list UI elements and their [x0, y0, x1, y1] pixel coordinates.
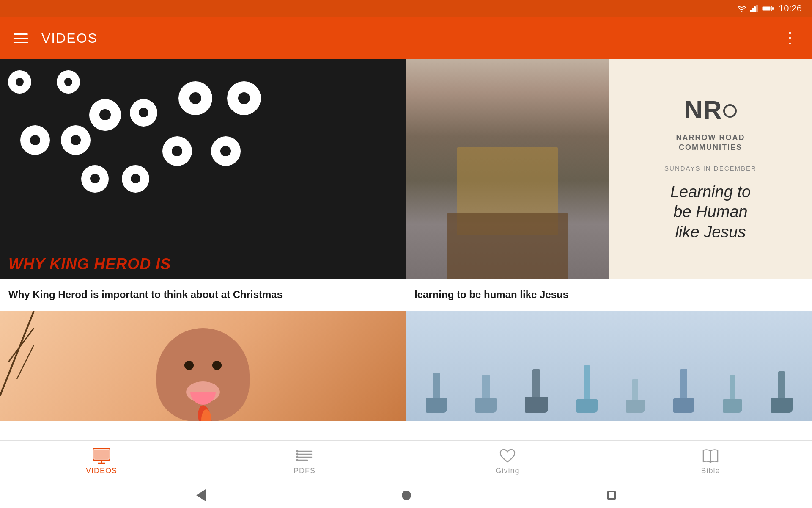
nav-label-videos: VIDEOS	[86, 467, 117, 475]
eyes-thumbnail: WHY KING HEROD IS	[0, 59, 406, 279]
signal-icon	[750, 5, 758, 12]
nrc-series-label: SUNDAYS IN DECEMBER	[664, 165, 757, 172]
back-button[interactable]	[196, 489, 206, 501]
nav-label-pdfs: PDFS	[294, 467, 315, 475]
monitor-icon	[93, 448, 110, 464]
svg-rect-6	[772, 7, 774, 10]
list-icon	[296, 448, 313, 464]
nrc-logo: N R	[684, 97, 737, 123]
card-info-2: learning to be human like Jesus	[406, 279, 812, 311]
thumbnail-1: WHY KING HEROD IS	[0, 59, 406, 279]
svg-rect-0	[750, 10, 752, 12]
pour-photo	[406, 59, 609, 279]
shoe-4	[576, 365, 598, 413]
shoe-1	[426, 373, 447, 413]
status-bar: 10:26	[0, 0, 812, 17]
svg-rect-5	[762, 7, 770, 11]
nav-label-giving: Giving	[495, 467, 519, 475]
nav-item-bible[interactable]: Bible	[609, 448, 812, 475]
video-title-2: learning to be human like Jesus	[414, 288, 804, 301]
status-icons	[737, 5, 774, 12]
narrow-road-card: N R NARROW ROADCOMMUNITIES SUNDAYS IN DE…	[609, 59, 812, 279]
svg-line-9	[17, 345, 34, 379]
nrc-letter-n: N	[684, 97, 702, 122]
nrc-org-name: NARROW ROADCOMMUNITIES	[676, 133, 745, 153]
video-card-2[interactable]: N R NARROW ROADCOMMUNITIES SUNDAYS IN DE…	[406, 59, 812, 311]
santa-thumbnail[interactable]	[0, 311, 406, 421]
nav-item-giving[interactable]: Giving	[406, 448, 609, 475]
app-bar: VIDEOS ⋮	[0, 17, 812, 59]
menu-button[interactable]	[14, 33, 28, 43]
recents-button[interactable]	[607, 491, 616, 500]
svg-rect-14	[94, 450, 109, 459]
svg-point-20	[296, 453, 299, 456]
battery-icon	[762, 5, 774, 12]
svg-line-7	[0, 311, 34, 396]
main-content: WHY KING HEROD IS Why King Herod is impo…	[0, 59, 812, 457]
nav-item-videos[interactable]: VIDEOS	[0, 448, 203, 475]
pour-thumbnail: N R NARROW ROADCOMMUNITIES SUNDAYS IN DE…	[406, 59, 812, 279]
svg-rect-3	[756, 5, 758, 12]
nav-label-bible: Bible	[701, 467, 720, 475]
shoe-7	[723, 375, 742, 413]
shoe-5	[626, 379, 645, 413]
shoes-thumbnail[interactable]	[406, 311, 812, 421]
page-title: VIDEOS	[41, 30, 782, 46]
book-open-icon	[702, 448, 719, 464]
svg-rect-2	[754, 6, 756, 12]
more-options-button[interactable]: ⋮	[782, 29, 798, 47]
bottom-nav: VIDEOS PDFS Giving Bible	[0, 440, 812, 483]
thumbnail-2: N R NARROW ROADCOMMUNITIES SUNDAYS IN DE…	[406, 59, 812, 279]
shoe-3	[525, 369, 548, 413]
video-grid: WHY KING HEROD IS Why King Herod is impo…	[0, 59, 812, 311]
shoe-2	[475, 375, 497, 413]
overlay-text-1: WHY KING HEROD IS	[8, 256, 397, 273]
video-overlay-title-1: WHY KING HEROD IS	[0, 249, 406, 279]
tree-branches	[0, 311, 51, 396]
system-nav-bar	[0, 483, 812, 508]
shoe-8	[771, 371, 793, 413]
shoe-6	[673, 369, 694, 413]
svg-point-19	[296, 450, 299, 453]
status-time: 10:26	[779, 3, 802, 14]
nrc-main-title: Learning tobe Humanlike Jesus	[670, 182, 751, 243]
video-title-1: Why King Herod is important to think abo…	[8, 288, 397, 301]
row-2-thumbnails	[0, 311, 812, 421]
svg-line-8	[8, 328, 34, 362]
svg-rect-1	[752, 8, 754, 12]
home-button[interactable]	[402, 491, 411, 500]
nav-item-pdfs[interactable]: PDFS	[203, 448, 406, 475]
card-info-1: Why King Herod is important to think abo…	[0, 279, 406, 311]
wifi-icon	[737, 5, 746, 12]
svg-point-22	[296, 459, 299, 461]
video-card-1[interactable]: WHY KING HEROD IS Why King Herod is impo…	[0, 59, 406, 311]
svg-point-21	[296, 456, 299, 458]
nrc-letter-r: R	[703, 97, 721, 123]
heart-icon	[499, 448, 516, 464]
